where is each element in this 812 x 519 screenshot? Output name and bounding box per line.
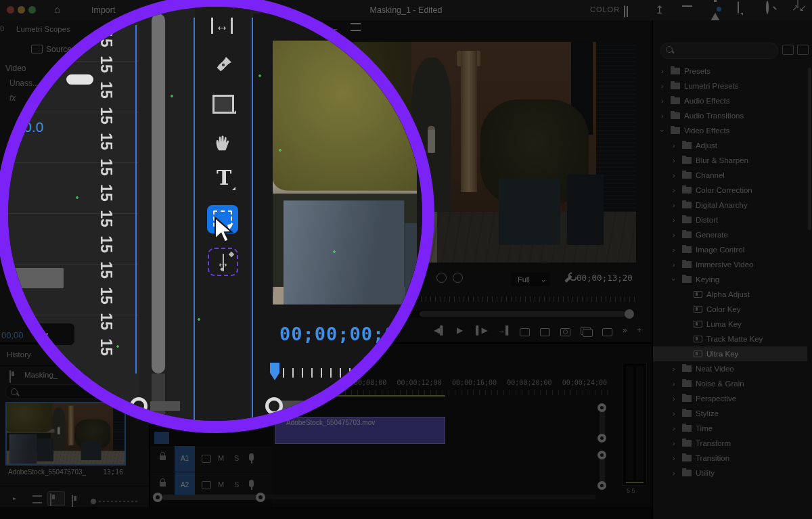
chevron-icon[interactable] xyxy=(673,186,678,194)
multicam-icon[interactable] xyxy=(602,327,612,339)
project-bin-name[interactable]: Masking_ xyxy=(24,371,58,379)
workspaces-icon[interactable] xyxy=(624,6,625,17)
search-icon[interactable] xyxy=(766,2,769,13)
type-tool-icon[interactable]: T xyxy=(217,168,231,188)
button-editor-plus[interactable]: + xyxy=(637,325,641,335)
accelerated-effects-icon[interactable] xyxy=(782,45,794,55)
chevron-icon[interactable] xyxy=(684,350,690,358)
more-buttons-chevron[interactable]: » xyxy=(623,325,627,335)
timeline-ruler[interactable]: 00;00;08;0000;00;12;0000;00;16;0000;00;2… xyxy=(342,379,607,386)
ripple-edit-tool-icon[interactable]: ↔ xyxy=(211,18,233,34)
beta-flask-icon[interactable] xyxy=(710,2,720,13)
chevron-icon[interactable] xyxy=(673,454,678,462)
effects-tree-item[interactable]: Color Correction xyxy=(653,183,807,198)
track-lock-icon[interactable] xyxy=(160,482,166,487)
lift-icon[interactable] xyxy=(520,327,530,339)
chevron-icon[interactable] xyxy=(661,67,667,75)
play-button[interactable]: ▶ xyxy=(457,325,463,335)
thumbnail-zoom-slider[interactable] xyxy=(99,501,138,502)
scrollbar-handle[interactable] xyxy=(625,309,634,319)
a-scroll-handle-bottom[interactable] xyxy=(597,481,606,490)
chevron-icon[interactable] xyxy=(673,171,678,179)
effects-tree-item[interactable]: Transition xyxy=(653,451,807,466)
bit-depth-filter-icon[interactable] xyxy=(797,45,809,55)
fullscreen-icon[interactable]: ↗↙ xyxy=(792,3,807,13)
chevron-icon[interactable] xyxy=(673,231,678,239)
effects-tree-item[interactable]: Noise & Grain xyxy=(653,376,807,391)
chevron-icon[interactable] xyxy=(673,424,678,432)
delete-custom-item-icon[interactable] xyxy=(797,0,798,8)
chevron-icon[interactable] xyxy=(684,290,690,298)
zoom-bar-magnified[interactable] xyxy=(150,401,180,411)
sync-lock-icon[interactable] xyxy=(202,455,211,463)
feedback-icon[interactable] xyxy=(738,2,739,13)
chevron-icon[interactable] xyxy=(673,439,678,447)
v-scroll-handle-bottom[interactable] xyxy=(597,434,606,443)
reset-parameter-icon[interactable]: 15 xyxy=(97,210,115,227)
effects-tree-item[interactable]: Keying xyxy=(653,272,807,287)
effects-tree-item[interactable]: Transform xyxy=(653,436,807,451)
effects-tree-item[interactable]: Generate xyxy=(653,227,807,242)
chevron-icon[interactable] xyxy=(661,82,667,90)
mute-button[interactable]: M xyxy=(218,454,224,462)
voiceover-record-icon[interactable] xyxy=(249,480,254,487)
chevron-icon[interactable] xyxy=(684,320,690,328)
audio-meters[interactable] xyxy=(623,363,647,486)
monitor-mini-ruler[interactable] xyxy=(421,296,636,302)
timeline-zoom-scrollbar[interactable] xyxy=(162,495,257,500)
effects-tree-item[interactable]: Image Control xyxy=(653,242,807,257)
reset-parameter-icon[interactable]: 15 xyxy=(97,313,115,330)
parameter-slider[interactable] xyxy=(0,268,64,288)
effects-scrollbar[interactable] xyxy=(808,68,811,230)
effects-tree-item[interactable]: Time xyxy=(653,421,807,436)
chevron-icon[interactable] xyxy=(673,380,678,388)
fx-row-label[interactable]: fx xyxy=(9,93,16,103)
chevron-icon[interactable] xyxy=(673,141,678,150)
effects-tree-item[interactable]: Audio Effects xyxy=(653,93,807,108)
reset-parameter-icon[interactable]: 15 xyxy=(97,158,115,176)
freeform-view-icon[interactable] xyxy=(72,495,73,507)
next-edit-button[interactable]: →▌ xyxy=(497,325,512,335)
solo-button[interactable]: S xyxy=(234,454,239,462)
effects-tree-item[interactable]: Track Matte Key xyxy=(653,332,807,346)
effects-tree-item[interactable]: Luma Key xyxy=(653,317,807,332)
v-scroll-handle-top[interactable] xyxy=(597,403,606,412)
chevron-icon[interactable] xyxy=(661,97,667,105)
track-source-badge[interactable]: A1 xyxy=(175,446,195,472)
timeline-clip[interactable]: AdobeStock_550475703.mov xyxy=(275,417,445,444)
zoom-handle-magnified-right[interactable] xyxy=(265,397,283,415)
chevron-icon[interactable] xyxy=(673,365,678,373)
effects-tree-item[interactable]: Audio Transitions xyxy=(653,108,807,123)
pen-tool-icon[interactable] xyxy=(212,54,234,76)
project-clip-name[interactable]: AdobeStock_550475703_ xyxy=(8,468,99,476)
effects-search-input[interactable] xyxy=(660,43,778,59)
effects-tree-item[interactable]: Blur & Sharpen xyxy=(653,153,807,168)
reset-parameter-icon[interactable]: 15 xyxy=(97,81,115,99)
chevron-icon[interactable] xyxy=(673,201,678,209)
reset-parameter-icon[interactable]: 15 xyxy=(97,30,115,47)
icon-view-button[interactable] xyxy=(47,491,65,506)
zoom-handle-left[interactable] xyxy=(153,493,162,502)
thumbnail-zoom-knob[interactable] xyxy=(91,499,96,504)
a-scroll-handle-top[interactable] xyxy=(597,451,606,459)
rectangle-tool-icon[interactable] xyxy=(212,95,234,114)
effects-tree-item[interactable]: Perspective xyxy=(653,391,807,406)
reset-parameter-icon[interactable]: 15 xyxy=(97,338,115,356)
tab-lumetri-scopes[interactable]: Lumetri Scopes xyxy=(16,25,70,33)
monitor-settings-icons[interactable] xyxy=(436,273,463,286)
effects-tree-item[interactable]: Neat Video xyxy=(653,361,807,376)
share-icon[interactable]: ↥ xyxy=(655,3,664,16)
chevron-icon[interactable] xyxy=(673,261,678,269)
chevron-icon[interactable] xyxy=(661,112,667,120)
sync-lock-icon[interactable] xyxy=(202,481,211,489)
effects-tree-item[interactable]: Adjust xyxy=(653,138,807,153)
track-lock-icon[interactable] xyxy=(160,455,166,460)
effects-tree-item[interactable]: Alpha Adjust xyxy=(653,287,807,302)
effects-tree-item[interactable]: Stylize xyxy=(653,406,807,421)
zoom-handle-right[interactable] xyxy=(256,493,265,502)
step-forward-button[interactable]: ▌▶ xyxy=(476,325,488,335)
workspace-label[interactable]: COLOR xyxy=(590,5,620,14)
effects-tree-item[interactable]: Utility xyxy=(653,466,807,480)
chevron-icon[interactable] xyxy=(673,409,678,418)
solo-button[interactable]: S xyxy=(234,480,239,489)
